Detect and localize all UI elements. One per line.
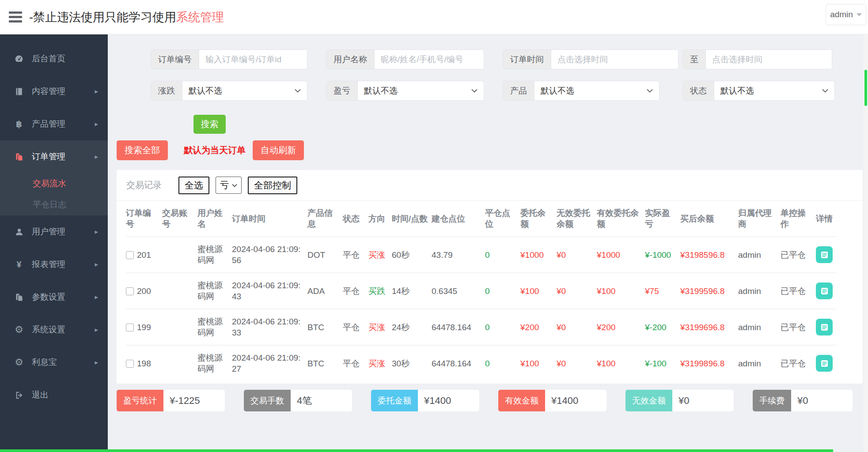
summary-invalid-amount-label: 无效金额 xyxy=(625,390,672,411)
search-all-button[interactable]: 搜索全部 xyxy=(117,140,168,160)
select-all-button[interactable]: 全选 xyxy=(178,177,209,194)
detail-button[interactable] xyxy=(816,355,833,372)
sidebar-item-label: 订单管理 xyxy=(32,151,65,162)
cell-balance-after: ¥3199596.8 xyxy=(680,273,738,309)
cell-control: 已平仓 xyxy=(781,237,816,273)
detail-button[interactable] xyxy=(816,246,833,263)
cell-actual-pl: ¥-200 xyxy=(645,309,680,345)
sidebar-item-orders[interactable]: 订单管理▸ xyxy=(0,140,108,173)
detail-button[interactable] xyxy=(816,319,833,335)
copy-icon xyxy=(13,293,25,301)
row-checkbox[interactable] xyxy=(126,360,134,368)
cell-entrust-balance: ¥100 xyxy=(520,345,557,381)
detail-button[interactable] xyxy=(816,282,833,299)
title-system-label: 系统管理 xyxy=(176,11,224,24)
sidebar-item-dashboard[interactable]: 后台首页 xyxy=(0,42,108,75)
search-button[interactable]: 搜索 xyxy=(193,115,226,134)
bitcoin-icon: ฿ xyxy=(13,120,25,128)
filters-section: 订单编号用户名称订单时间至 涨跌默认不选盈亏默认不选产品默认不选状态默认不选 搜… xyxy=(108,34,868,134)
summary-fee-value: ¥0 xyxy=(791,390,853,411)
trade-records-panel: 交易记录 全选 亏 全部控制 订单编号交易账号用户姓名订单时间产品信息状态方向时… xyxy=(117,170,863,384)
sidebar-item-users[interactable]: 用户管理▸ xyxy=(0,215,108,248)
control-all-button[interactable]: 全部控制 xyxy=(248,177,297,194)
sidebar-item-trade-flow[interactable]: 交易流水 xyxy=(0,173,108,194)
orders-file-icon xyxy=(13,153,25,161)
cell-agent: admin xyxy=(738,237,781,273)
menu-toggle-icon[interactable] xyxy=(9,11,22,23)
chevron-right-icon: ▸ xyxy=(95,260,98,268)
user-name-label: 用户名称 xyxy=(326,50,375,69)
cell-balance-after: ¥3199896.8 xyxy=(680,345,738,381)
cell-duration: 60秒 xyxy=(392,237,432,273)
cell-entrust-balance: ¥1000 xyxy=(520,237,557,273)
cell-product: DOT xyxy=(307,237,343,273)
cell-direction: 买涨 xyxy=(368,309,392,345)
user-name-input[interactable] xyxy=(375,50,484,69)
cell-status: 平仓 xyxy=(343,309,368,345)
cell-status: 平仓 xyxy=(343,273,368,309)
sidebar-item-content[interactable]: 内容管理▸ xyxy=(0,75,108,108)
chevron-right-icon: ▸ xyxy=(95,293,98,301)
cell-balance-after: ¥3198596.8 xyxy=(680,237,738,273)
row-checkbox[interactable] xyxy=(126,287,134,295)
product-label: 产品 xyxy=(503,81,534,100)
status-select[interactable]: 状态默认不选 xyxy=(682,81,835,101)
cell-duration: 24秒 xyxy=(392,309,432,345)
row-checkbox[interactable] xyxy=(126,251,134,259)
order-no-input[interactable] xyxy=(199,50,307,69)
cell-actual-pl: ¥-1000 xyxy=(645,237,680,273)
auto-refresh-button[interactable]: 自动刷新 xyxy=(253,140,304,160)
cell-close-point: 0 xyxy=(485,273,520,309)
scrollbar-thumb[interactable] xyxy=(864,70,867,106)
summary-fee: 手续费¥0 xyxy=(753,390,853,411)
sidebar-item-system[interactable]: ⚙︎系统设置▸ xyxy=(0,313,108,346)
cell-balance-after: ¥3199696.8 xyxy=(680,309,738,345)
order-time-start-input[interactable] xyxy=(551,50,678,69)
profit-loss-select[interactable]: 盈亏默认不选 xyxy=(326,81,484,101)
product-select[interactable]: 产品默认不选 xyxy=(503,81,660,101)
panel-header: 交易记录 全选 亏 全部控制 xyxy=(117,170,863,201)
status-select-value: 默认不选 xyxy=(714,81,822,100)
cell-open-point: 64478.164 xyxy=(432,345,485,381)
main-content: 订单编号用户名称订单时间至 涨跌默认不选盈亏默认不选产品默认不选状态默认不选 搜… xyxy=(108,0,868,411)
cell-detail xyxy=(816,237,836,273)
cell-invalid-entrust: ¥0 xyxy=(557,345,597,381)
cell-account xyxy=(162,309,197,345)
cell-open-point: 0.6345 xyxy=(432,273,485,309)
order-no-label: 订单编号 xyxy=(151,50,199,69)
cell-invalid-entrust: ¥0 xyxy=(557,273,597,309)
summary-pl-total-label: 盈亏统计 xyxy=(117,390,163,411)
sidebar-item-interest[interactable]: ⚙︎利息宝▸ xyxy=(0,346,108,379)
vertical-scrollbar[interactable] xyxy=(864,34,868,452)
order-time-end-filter-group: 至 xyxy=(682,49,832,69)
order-time-end-label: 至 xyxy=(683,50,706,69)
cell-direction: 买涨 xyxy=(368,237,392,273)
order-no-filter-group: 订单编号 xyxy=(151,49,307,69)
col-invalid-entrust: 无效委托余额 xyxy=(557,201,597,237)
chevron-right-icon: ▸ xyxy=(95,228,98,236)
cell-control: 已平仓 xyxy=(781,309,816,345)
sidebar-item-close-log[interactable]: 平仓日志 xyxy=(0,194,108,215)
sidebar-item-params[interactable]: 参数设置▸ xyxy=(0,281,108,313)
row-checkbox[interactable] xyxy=(126,324,134,331)
cell-detail xyxy=(816,345,836,381)
user-menu[interactable]: admin xyxy=(826,4,866,25)
sidebar-item-products[interactable]: ฿产品管理▸ xyxy=(0,108,108,140)
cell-product: BTC xyxy=(307,345,343,381)
summary-invalid-amount: 无效金额¥0 xyxy=(625,390,734,411)
cell-duration: 30秒 xyxy=(392,345,432,381)
sidebar-item-reports[interactable]: ¥报表管理▸ xyxy=(0,248,108,281)
sidebar-item-label: 参数设置 xyxy=(32,291,65,303)
sidebar-item-logout[interactable]: 退出 xyxy=(0,379,108,411)
chevron-right-icon: ▸ xyxy=(95,326,98,334)
col-username: 用户姓名 xyxy=(197,201,232,237)
cell-control: 已平仓 xyxy=(781,273,816,309)
cell-order-time: 2024-04-06 21:09:56 xyxy=(232,237,307,273)
loss-filter-select[interactable]: 亏 xyxy=(216,177,242,194)
cell-detail xyxy=(816,309,836,345)
rise-fall-select[interactable]: 涨跌默认不选 xyxy=(151,81,307,101)
order-time-start-filter-group: 订单时间 xyxy=(503,49,678,69)
order-time-end-input[interactable] xyxy=(706,50,832,69)
cell-close-point: 0 xyxy=(485,309,520,345)
cell-close-point: 0 xyxy=(485,237,520,273)
